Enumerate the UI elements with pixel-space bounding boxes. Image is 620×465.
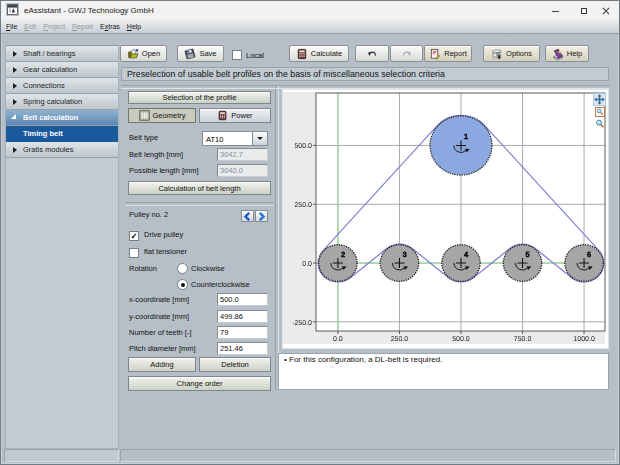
- status-cell-left: [4, 449, 119, 462]
- y-coordinate-label: y-coordinate [mm]: [129, 312, 189, 321]
- clockwise-radio[interactable]: [177, 263, 188, 274]
- open-folder-icon: [127, 48, 139, 60]
- svg-text:1: 1: [464, 132, 468, 141]
- change-order-button[interactable]: Change order: [128, 376, 271, 391]
- deletion-button[interactable]: Deletion: [199, 357, 271, 372]
- power-calculator-icon: [217, 110, 228, 121]
- zoom-reset-button[interactable]: [595, 119, 605, 129]
- pan-tool-button[interactable]: [593, 93, 606, 106]
- sidebar-item-label: Timing belt: [23, 129, 63, 138]
- drive-pulley-checkbox[interactable]: ✓: [129, 231, 139, 241]
- number-of-teeth-label: Number of teeth [-]: [129, 328, 192, 337]
- number-of-teeth-field[interactable]: 79: [217, 326, 268, 339]
- zoom-window-button[interactable]: [595, 107, 605, 117]
- report-button-label: Report: [444, 49, 467, 58]
- sidebar-item-spring-calculation[interactable]: Spring calculation: [6, 94, 118, 110]
- possible-length-field: 3040.0: [217, 164, 268, 177]
- rotation-label: Rotation: [129, 264, 157, 273]
- expanded-arrow-icon: [11, 114, 16, 119]
- svg-text:1000.0: 1000.0: [573, 336, 595, 343]
- sidebar-item-gear-calculation[interactable]: Gear calculation: [6, 62, 118, 78]
- separator: [275, 85, 279, 390]
- sidebar-item-timing-belt[interactable]: Timing belt: [6, 126, 118, 142]
- svg-text:2: 2: [341, 250, 345, 259]
- menu-edit[interactable]: Edit: [24, 23, 36, 30]
- page-subtitle: Preselection of usable belt profiles on …: [121, 67, 609, 81]
- power-button[interactable]: Power: [199, 108, 271, 123]
- svg-text:5: 5: [526, 250, 530, 259]
- options-button[interactable]: Options: [483, 45, 540, 62]
- local-checkbox-label: Local: [246, 51, 264, 60]
- local-checkbox[interactable]: [232, 50, 242, 60]
- app-icon: [6, 3, 19, 16]
- help-book-icon: [552, 48, 564, 60]
- menu-project[interactable]: Project: [43, 23, 65, 30]
- chevron-right-icon: [257, 212, 266, 221]
- geometry-icon: [139, 110, 150, 121]
- calculator-icon: [296, 48, 308, 60]
- svg-text:250.0: 250.0: [294, 202, 312, 209]
- next-pulley-button[interactable]: [255, 210, 268, 222]
- clockwise-label: Clockwise: [191, 264, 225, 273]
- maximize-button[interactable]: [581, 8, 588, 15]
- minimize-button[interactable]: [552, 11, 559, 12]
- save-button[interactable]: Save: [177, 45, 224, 62]
- menu-extras[interactable]: Extras: [100, 23, 120, 30]
- svg-text:250.0: 250.0: [391, 336, 409, 343]
- flat-tensioner-checkbox[interactable]: [129, 248, 139, 258]
- sidebar-item-label: Shaft / bearings: [23, 49, 76, 58]
- selection-of-profile-button[interactable]: Selection of the profile: [128, 91, 271, 104]
- pitch-diameter-label: Pitch diameter [mm]: [129, 344, 196, 353]
- undo-button[interactable]: [355, 45, 389, 62]
- svg-text:3: 3: [402, 250, 406, 259]
- open-button[interactable]: Open: [120, 45, 167, 62]
- x-coordinate-field[interactable]: 500.0: [217, 293, 268, 306]
- sidebar-item-connections[interactable]: Connections: [6, 78, 118, 94]
- close-button[interactable]: [602, 7, 610, 15]
- pulley-number-label: Pulley no. 2: [129, 210, 168, 219]
- report-button[interactable]: Report: [424, 45, 472, 62]
- calculate-button[interactable]: Calculate: [289, 45, 349, 62]
- calc-belt-length-button[interactable]: Calculation of belt length: [128, 181, 271, 195]
- status-cell-right: [120, 449, 616, 462]
- pan-arrows-icon: [594, 94, 605, 105]
- dropdown-arrow-button[interactable]: [252, 132, 267, 145]
- app-window: eAssistant - GWJ Technology GmbH File Ed…: [0, 0, 620, 465]
- belt-type-label: Belt type: [129, 133, 158, 142]
- drive-pulley-label: Drive pulley: [144, 230, 183, 239]
- sidebar-item-belt-calculation[interactable]: Belt calculation: [6, 110, 118, 126]
- menu-file[interactable]: File: [6, 23, 17, 30]
- previous-pulley-button[interactable]: [241, 210, 254, 222]
- belt-type-dropdown[interactable]: AT10: [202, 131, 268, 146]
- menu-report[interactable]: Report: [72, 23, 93, 30]
- geometry-button[interactable]: Geometry: [128, 108, 196, 123]
- possible-length-label: Possible length [mm]: [129, 166, 199, 175]
- sidebar-item-shaft-bearings[interactable]: Shaft / bearings: [6, 46, 118, 62]
- collapsed-arrow-icon: [13, 67, 17, 73]
- redo-button[interactable]: [390, 45, 423, 62]
- help-button-label: Help: [567, 49, 582, 58]
- belt-length-label: Belt length [mm]: [129, 150, 183, 159]
- sidebar: Shaft / bearings Gear calculation Connec…: [5, 45, 119, 449]
- adding-button[interactable]: Adding: [128, 357, 196, 372]
- menu-bar: File Edit Project Report Extras Help: [1, 19, 619, 34]
- sidebar-item-label: Connections: [23, 81, 65, 90]
- calculate-button-label: Calculate: [311, 49, 342, 58]
- flat-tensioner-label: flat tensioner: [144, 247, 187, 256]
- y-coordinate-field[interactable]: 499.86: [217, 310, 268, 323]
- svg-text:6: 6: [587, 250, 591, 259]
- counterclockwise-radio[interactable]: [177, 279, 188, 290]
- sidebar-item-label: Gratis modules: [23, 145, 73, 154]
- report-document-icon: [429, 48, 441, 60]
- message-box: • For this configuration, a DL-belt is r…: [278, 353, 609, 390]
- close-icon: [602, 7, 610, 15]
- menu-help[interactable]: Help: [127, 23, 141, 30]
- zoom-window-icon: [596, 108, 604, 116]
- options-button-label: Options: [506, 49, 532, 58]
- sidebar-item-label: Spring calculation: [23, 97, 82, 106]
- help-button[interactable]: Help: [545, 45, 589, 62]
- sidebar-item-gratis-modules[interactable]: Gratis modules: [6, 142, 118, 158]
- svg-text:500.0: 500.0: [452, 336, 470, 343]
- pitch-diameter-field[interactable]: 251.46: [217, 342, 268, 355]
- svg-text:0.0: 0.0: [302, 261, 312, 268]
